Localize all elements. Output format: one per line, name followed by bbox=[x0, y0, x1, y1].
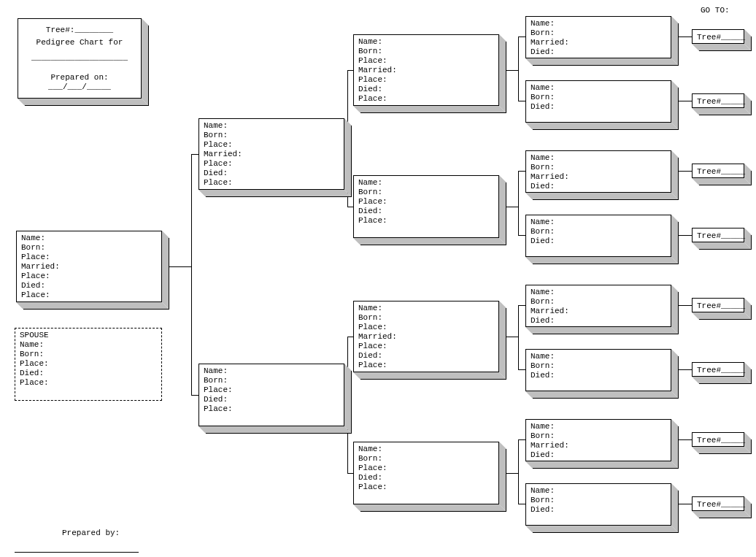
field-name: Name: bbox=[531, 83, 666, 93]
connector bbox=[679, 235, 692, 236]
field-place: Place: bbox=[204, 178, 339, 188]
connector bbox=[347, 337, 353, 337]
field-place: Place: bbox=[358, 342, 494, 351]
field-name: Name: bbox=[531, 486, 666, 496]
tree-ref-label: Tree#_____ bbox=[697, 301, 739, 311]
field-born: Born: bbox=[358, 313, 494, 323]
field-married: Married: bbox=[204, 150, 339, 159]
field-died: Died: bbox=[204, 395, 339, 404]
field-died: Died: bbox=[358, 351, 494, 361]
field-place: Place: bbox=[358, 361, 494, 370]
connector bbox=[347, 70, 353, 71]
connector bbox=[191, 154, 198, 155]
connector bbox=[679, 439, 692, 440]
goto-label: GO TO: bbox=[701, 6, 730, 15]
prepared-on: Prepared on: ___/___/_____ bbox=[23, 73, 136, 92]
field-place: Place: bbox=[20, 359, 157, 369]
field-born: Born: bbox=[531, 28, 666, 38]
field-name: Name: bbox=[531, 153, 666, 163]
field-born: Born: bbox=[358, 188, 494, 197]
field-place: Place: bbox=[358, 94, 494, 104]
field-place: Place: bbox=[358, 75, 494, 85]
field-born: Born: bbox=[531, 227, 666, 237]
field-married: Married: bbox=[531, 307, 666, 316]
field-name: Name: bbox=[358, 37, 494, 47]
field-place: Place: bbox=[358, 483, 494, 492]
connector bbox=[347, 207, 353, 207]
tree-number: Tree#:________ bbox=[23, 26, 136, 35]
field-died: Died: bbox=[21, 281, 157, 291]
connector bbox=[518, 37, 519, 101]
field-place: Place: bbox=[204, 385, 339, 395]
field-born: Born: bbox=[204, 131, 339, 140]
field-place: Place: bbox=[20, 378, 157, 388]
connector bbox=[169, 266, 191, 267]
field-place: Place: bbox=[358, 216, 494, 226]
field-place: Place: bbox=[358, 464, 494, 473]
tree-ref-label: Tree#_____ bbox=[697, 96, 739, 107]
field-place: Place: bbox=[204, 159, 339, 169]
connector bbox=[679, 369, 692, 370]
field-died: Died: bbox=[204, 169, 339, 178]
tree-ref-label: Tree#_____ bbox=[697, 365, 739, 375]
field-born: Born: bbox=[531, 297, 666, 307]
field-died: Died: bbox=[358, 473, 494, 483]
field-name: Name: bbox=[531, 19, 666, 28]
field-died: Died: bbox=[358, 85, 494, 94]
connector bbox=[191, 395, 198, 396]
connector bbox=[518, 235, 525, 236]
tree-ref-label: Tree#_____ bbox=[697, 499, 739, 510]
field-place: Place: bbox=[358, 323, 494, 332]
connector bbox=[506, 473, 518, 474]
spouse-box: SPOUSE Name: Born: Place: Died: Place: bbox=[15, 328, 162, 401]
connector bbox=[518, 171, 525, 172]
field-place: Place: bbox=[21, 291, 157, 300]
field-born: Born: bbox=[531, 361, 666, 371]
connector bbox=[518, 439, 519, 504]
field-married: Married: bbox=[21, 262, 157, 272]
connector bbox=[518, 101, 525, 101]
field-name: Name: bbox=[358, 178, 494, 188]
field-place: Place: bbox=[358, 197, 494, 207]
field-name: Name: bbox=[20, 340, 157, 350]
field-died: Died: bbox=[531, 505, 666, 515]
field-born: Born: bbox=[531, 163, 666, 172]
pedigree-title: Pedigree Chart for bbox=[23, 38, 136, 47]
field-died: Died: bbox=[531, 237, 666, 246]
tree-ref-label: Tree#_____ bbox=[697, 166, 739, 177]
connector bbox=[506, 70, 518, 71]
connector bbox=[679, 504, 692, 504]
field-place: Place: bbox=[21, 272, 157, 281]
connector bbox=[518, 369, 525, 370]
field-born: Born: bbox=[358, 47, 494, 56]
connector bbox=[191, 154, 192, 395]
connector bbox=[347, 473, 353, 474]
field-name: Name: bbox=[531, 288, 666, 297]
field-name: Name: bbox=[358, 445, 494, 454]
field-married: Married: bbox=[358, 66, 494, 75]
field-born: Born: bbox=[531, 93, 666, 102]
connector bbox=[518, 504, 525, 504]
prepared-by-label: Prepared by: bbox=[62, 529, 120, 537]
prepared-by-line bbox=[15, 552, 139, 553]
field-died: Died: bbox=[531, 182, 666, 191]
tree-ref-label: Tree#_____ bbox=[697, 32, 739, 42]
field-died: Died: bbox=[531, 47, 666, 57]
spouse-title: SPOUSE bbox=[20, 331, 157, 340]
connector bbox=[679, 171, 692, 172]
field-married: Married: bbox=[531, 441, 666, 450]
connector bbox=[518, 171, 519, 235]
field-married: Married: bbox=[531, 172, 666, 182]
field-died: Died: bbox=[531, 371, 666, 380]
connector bbox=[679, 101, 692, 101]
connector bbox=[506, 207, 518, 207]
field-name: Name: bbox=[204, 366, 339, 376]
field-born: Born: bbox=[204, 376, 339, 385]
field-born: Born: bbox=[21, 243, 157, 253]
connector bbox=[679, 305, 692, 306]
field-name: Name: bbox=[358, 304, 494, 313]
tree-ref-label: Tree#_____ bbox=[697, 435, 739, 445]
field-place: Place: bbox=[204, 140, 339, 150]
connector bbox=[518, 37, 525, 37]
field-died: Died: bbox=[531, 102, 666, 112]
